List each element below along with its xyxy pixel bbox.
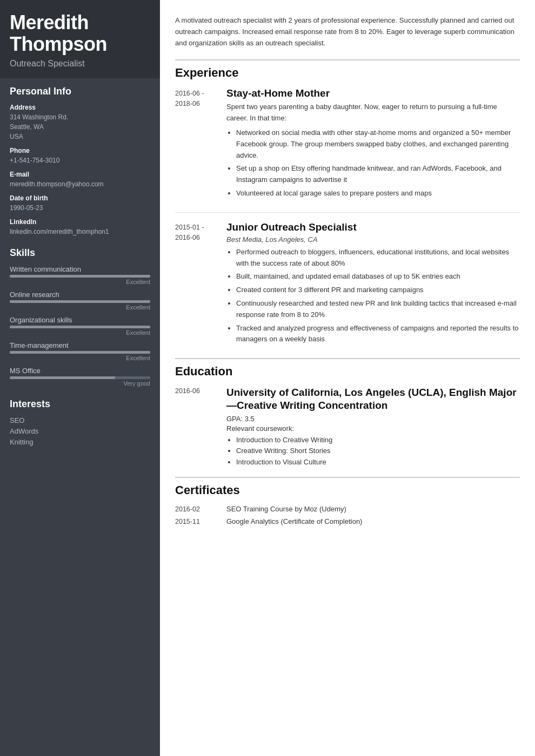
main-content: A motivated outreach specialist with 2 y… <box>160 0 535 756</box>
list-item: Introduction to Creative Writing <box>236 435 520 446</box>
skill-bar-fill <box>10 326 150 328</box>
exp-dates: 2016-06 -2018-06 <box>175 87 226 201</box>
interests-list: SEOAdWordsKnitting <box>10 416 150 446</box>
sidebar: MeredithThompson Outreach Specialist Per… <box>0 0 160 756</box>
list-item: Performed outreach to bloggers, influenc… <box>236 247 520 269</box>
list-item: Volunteered at local garage sales to pre… <box>236 188 520 199</box>
experience-item: 2015-01 -2016-06 Junior Outreach Special… <box>175 221 520 347</box>
skill-name: MS Office <box>10 367 150 375</box>
experience-item: 2016-06 -2018-06 Stay-at-Home Mother Spe… <box>175 87 520 201</box>
exp-job-title: Stay-at-Home Mother <box>226 87 520 99</box>
certificate-item: 2016-02 SEO Training Course by Moz (Udem… <box>175 505 520 513</box>
skill-name: Online research <box>10 291 150 299</box>
skill-level: Excellent <box>10 329 150 336</box>
experience-section-title: Experience <box>175 59 520 80</box>
skill-name: Organizational skills <box>10 316 150 324</box>
list-item: Creative Writing: Short Stories <box>236 446 520 457</box>
edu-content: University of California, Los Angeles (U… <box>226 386 520 468</box>
skill-item: Organizational skills Excellent <box>10 316 150 336</box>
list-item: Continuously researched and tested new P… <box>236 298 520 321</box>
skills-title: Skills <box>10 247 150 260</box>
skill-bar-bg <box>10 300 150 303</box>
edu-coursework-label: Relevant coursework: <box>226 424 520 433</box>
exp-description: Spent two years parenting a baby daughte… <box>226 102 520 124</box>
skill-bar-fill <box>10 376 115 379</box>
experience-list: 2016-06 -2018-06 Stay-at-Home Mother Spe… <box>175 87 520 347</box>
exp-content: Stay-at-Home Mother Spent two years pare… <box>226 87 520 201</box>
address-label: Address <box>10 104 150 111</box>
skill-bar-fill <box>10 351 150 354</box>
exp-company: Best Media, Los Angeles, CA <box>226 235 520 244</box>
edu-bullets: Introduction to Creative WritingCreative… <box>236 435 520 468</box>
list-item: Built, maintained, and updated email dat… <box>236 271 520 282</box>
skill-name: Time-management <box>10 341 150 349</box>
exp-bullets: Performed outreach to bloggers, influenc… <box>236 247 520 345</box>
skill-item: Online research Excellent <box>10 291 150 310</box>
skill-level: Excellent <box>10 304 150 310</box>
exp-dates: 2015-01 -2016-06 <box>175 221 226 347</box>
cert-date: 2015-11 <box>175 517 226 525</box>
address-line3: USA <box>10 132 150 141</box>
interests-title: Interests <box>10 399 150 411</box>
linkedin-label: LinkedIn <box>10 218 150 226</box>
cert-name: SEO Training Course by Moz (Udemy) <box>226 505 520 513</box>
cert-date: 2016-02 <box>175 505 226 513</box>
cert-name: Google Analytics (Certificate of Complet… <box>226 517 520 525</box>
skill-name: Written communication <box>10 265 150 273</box>
edu-dates: 2016-06 <box>175 386 226 468</box>
dob-value: 1990-05-23 <box>10 203 150 213</box>
certificates-list: 2016-02 SEO Training Course by Moz (Udem… <box>175 505 520 525</box>
skill-bar-fill <box>10 300 150 303</box>
list-item: Tracked and analyzed progress and effect… <box>236 323 520 346</box>
education-item: 2016-06 University of California, Los An… <box>175 386 520 468</box>
phone-value: +1-541-754-3010 <box>10 156 150 165</box>
email-label: E-mail <box>10 171 150 178</box>
education-list: 2016-06 University of California, Los An… <box>175 386 520 468</box>
candidate-title: Outreach Specialist <box>10 59 150 69</box>
skills-list: Written communication Excellent Online r… <box>10 265 150 387</box>
education-section-title: Education <box>175 358 520 379</box>
skill-bar-fill <box>10 275 150 278</box>
address-line1: 314 Washington Rd. <box>10 112 150 122</box>
skill-level: Excellent <box>10 279 150 285</box>
certificate-item: 2015-11 Google Analytics (Certificate of… <box>175 517 520 525</box>
candidate-name: MeredithThompson <box>10 12 150 55</box>
linkedin-value: linkedin.com/meredith_thomphon1 <box>10 227 150 237</box>
certificates-section-title: Certificates <box>175 477 520 497</box>
edu-school: University of California, Los Angeles (U… <box>226 386 520 412</box>
exp-content: Junior Outreach Specialist Best Media, L… <box>226 221 520 347</box>
interests-section: Interests SEOAdWordsKnitting <box>0 391 160 452</box>
personal-info-section: Personal Info Address 314 Washington Rd.… <box>0 78 160 240</box>
interest-item: AdWords <box>10 427 150 435</box>
list-item: Created content for 3 different PR and m… <box>236 285 520 296</box>
exp-bullets: Networked on social media with other sta… <box>236 127 520 199</box>
dob-label: Date of birth <box>10 194 150 202</box>
exp-job-title: Junior Outreach Specialist <box>226 221 520 233</box>
skill-item: Written communication Excellent <box>10 265 150 285</box>
edu-gpa: GPA: 3.5 <box>226 415 520 423</box>
summary-text: A motivated outreach specialist with 2 y… <box>175 15 520 49</box>
list-item: Introduction to Visual Culture <box>236 457 520 468</box>
sidebar-header: MeredithThompson Outreach Specialist <box>0 0 160 78</box>
email-value: meredith.thompson@yahoo.com <box>10 179 150 189</box>
interest-item: SEO <box>10 416 150 424</box>
phone-label: Phone <box>10 147 150 154</box>
personal-info-title: Personal Info <box>10 86 150 98</box>
skill-level: Excellent <box>10 355 150 361</box>
skills-section: Skills Written communication Excellent O… <box>0 240 160 391</box>
list-item: Networked on social media with other sta… <box>236 127 520 161</box>
skill-bar-bg <box>10 376 150 379</box>
address-line2: Seattle, WA <box>10 122 150 132</box>
skill-item: MS Office Very good <box>10 367 150 387</box>
interest-item: Knitting <box>10 438 150 446</box>
skill-bar-bg <box>10 326 150 328</box>
list-item: Set up a shop on Etsy offering handmade … <box>236 163 520 186</box>
skill-bar-bg <box>10 351 150 354</box>
skill-bar-bg <box>10 275 150 278</box>
skill-item: Time-management Excellent <box>10 341 150 361</box>
skill-level: Very good <box>10 380 150 387</box>
